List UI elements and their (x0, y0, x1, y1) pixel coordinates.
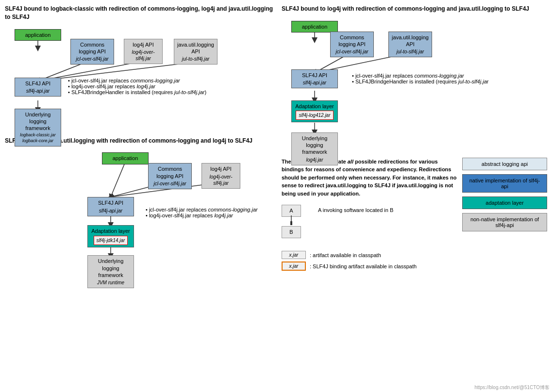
right-panel: SLF4J bound to log4j with redirection of… (282, 5, 547, 387)
d1-bullets: • jcl-over-slf4j.jar replaces commons-lo… (68, 78, 218, 95)
d1-slf4j-api: SLF4J API slf4j-api.jar (15, 78, 61, 97)
legend-abstract: abstract logging api (462, 158, 547, 170)
d3-commons-api: Commons logging API jcl-over-slf4j.jar (330, 32, 374, 58)
svg-line-5 (111, 162, 125, 197)
d1-underlying: Underlying logging framework logback-cla… (15, 109, 61, 147)
d1-log4j-api: log4j API log4j-over-slf4j.jar (124, 39, 163, 64)
d2-slf4j-api: SLF4J API slf4j-api.jar (87, 197, 134, 216)
d1-jul-api: java.util.logging API jul-to-slf4j.jar (174, 39, 217, 65)
diagram2: application Commons logging API jcl-over… (5, 148, 277, 265)
artifact1-row: x.jar : artifact available in classpath (282, 251, 457, 259)
d3-application: application (291, 21, 338, 33)
d3-adaptation: Adaptation layer slf4j-log412.jar (291, 100, 338, 122)
d2-application: application (102, 152, 149, 164)
d2-commons-api: Commons logging API jcl-over-slf4j.jar (148, 163, 192, 189)
diagram1: application Commons logging API jcl-over… (5, 25, 277, 127)
box-B: B (282, 226, 301, 238)
ab-diagram: A B (282, 205, 311, 244)
legend-native: native implementation of slf4j-api (462, 174, 547, 193)
d2-log4j-api: log4j API log4j-over-slf4j.jar (201, 163, 240, 188)
diagram1-title: SLF4J bound to logback-classic with redi… (5, 5, 277, 21)
diagram2-section: SLF4J bound to java.util.logging with re… (5, 137, 277, 265)
ab-arrow (290, 215, 292, 225)
d1-commons-api: Commons logging API jcl-over-slf4j.jar (70, 39, 114, 65)
watermark: https://blog.csdn.net/@51CTO博客 (475, 384, 550, 391)
legend-adaptation: adaptation layer (462, 196, 547, 209)
legend-nonnative: non-native implementation of slf4j-api (462, 213, 547, 231)
legend-boxes: abstract logging api native implementati… (462, 158, 547, 271)
ab-label: A invoking software located in B (318, 205, 393, 213)
description-legend-area: These diagrams illustrate all possible r… (282, 158, 547, 271)
left-panel: SLF4J bound to logback-classic with redi… (5, 5, 277, 387)
box-A: A (282, 205, 301, 216)
description-block: These diagrams illustrate all possible r… (282, 158, 457, 271)
d2-bullets: • jcl-over-slf4j.jar replaces commons-lo… (146, 207, 272, 218)
artifact2-box: x.jar (282, 261, 306, 271)
d3-underlying: Underlying logging framework log4j.jar (291, 132, 338, 165)
ab-diagram-area: A B (282, 205, 457, 244)
d2-underlying: Underlying logging framework JVM runtime (87, 255, 134, 288)
artifact2-row: x.jar : SLF4J binding artifact available… (282, 261, 457, 271)
diagram3: application Commons logging API jcl-over… (282, 17, 547, 153)
diagram3-title: SLF4J bound to log4j with redirection of… (282, 5, 547, 13)
artifact1-box: x.jar (282, 251, 306, 259)
d3-bullets: • jcl-over-slf4j.jar replaces commons-lo… (352, 73, 517, 84)
main-container: SLF4J bound to logback-classic with redi… (0, 0, 552, 392)
d3-slf4j-api: SLF4J API slf4j-api.jar (291, 69, 338, 88)
d3-jul-api: java.util.logging API jul-to-slf4j.jar (388, 32, 432, 58)
d2-adaptation: Adaptation layer slf4j-jdk14.jar (87, 225, 134, 247)
d1-application: application (15, 29, 61, 41)
artifact-legend: x.jar : artifact available in classpath … (282, 251, 457, 271)
